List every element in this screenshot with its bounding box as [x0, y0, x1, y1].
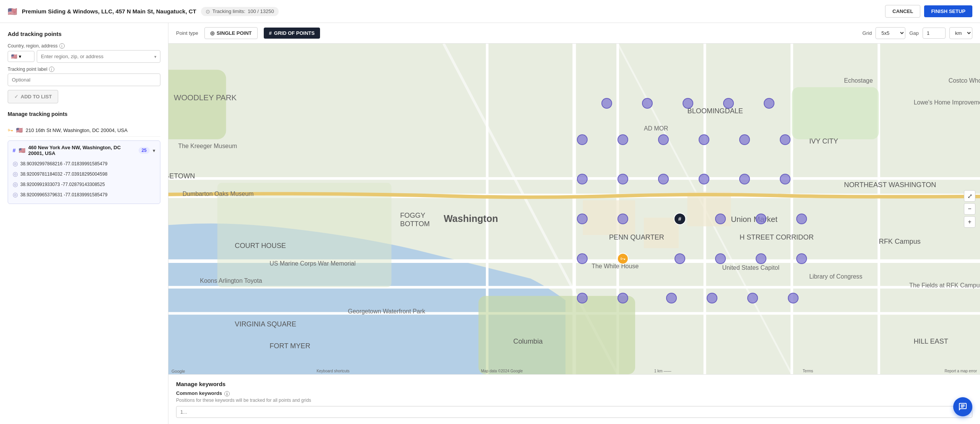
map-dot-30 [666, 293, 677, 303]
address-input[interactable] [37, 50, 160, 63]
us-flag-icon: 🇺🇸 [8, 7, 17, 16]
left-panel: Add tracking points Country, region, add… [0, 23, 168, 424]
report-link[interactable]: Report a map error [945, 369, 977, 373]
country-info-icon[interactable]: i [59, 43, 65, 49]
single-point-button[interactable]: ◎ SINGLE POINT [204, 27, 258, 39]
chat-button[interactable] [953, 397, 972, 416]
zoom-in-button[interactable]: + [964, 216, 975, 228]
svg-rect-14 [168, 70, 226, 139]
svg-text:COURT HOUSE: COURT HOUSE [235, 242, 286, 250]
country-select[interactable]: 🇺🇸 ▾ [8, 51, 34, 62]
svg-text:GEORGETOWN: GEORGETOWN [168, 172, 195, 180]
map-dot-31 [707, 293, 717, 303]
header-left: 🇺🇸 Premium Siding & Windows, LLC, 457 N … [8, 7, 279, 16]
tracking-label-input[interactable] [8, 73, 160, 86]
map-dot-11 [780, 134, 791, 145]
country-field: Country, region, address i 🇺🇸 ▾ ▾ [8, 43, 160, 63]
point-type-label: Point type [176, 30, 198, 36]
svg-text:VIRGINIA SQUARE: VIRGINIA SQUARE [235, 320, 296, 328]
keywords-info-icon[interactable]: ℹ [224, 391, 230, 396]
svg-text:The Fields at RFK Campus: The Fields at RFK Campus [909, 282, 980, 289]
grid-size-select[interactable]: 5x5 3x3 7x7 10x10 [875, 27, 905, 39]
keywords-input[interactable] [176, 406, 972, 418]
coord-text-4: 38.92009965379631 -77.01839991585479 [20, 192, 108, 197]
svg-text:H STREET CORRIDOR: H STREET CORRIDOR [740, 233, 814, 241]
svg-text:Koons Arlington Toyota: Koons Arlington Toyota [200, 277, 262, 284]
track-item-badge: 25 [139, 147, 150, 154]
unit-select[interactable]: km mi [949, 27, 972, 39]
add-to-list-row: ✓ ADD TO LIST [8, 90, 160, 103]
coord-text-3: 38.9200991933073 -77.02879143308525 [20, 182, 105, 187]
map-expand-icon[interactable]: ⤢ [964, 190, 975, 202]
svg-text:United States Capitol: United States Capitol [722, 264, 779, 271]
map-dot-26 [756, 253, 766, 264]
map-dot-25 [715, 253, 726, 264]
track-item-expand-btn[interactable]: ▾ [153, 148, 155, 153]
map-dot-3 [683, 98, 693, 109]
add-tracking-title: Add tracking points [8, 31, 160, 37]
main-layout: Add tracking points Country, region, add… [0, 23, 980, 424]
map-dot-20 [715, 214, 726, 224]
track-item-flag-1: 🇺🇸 [16, 127, 23, 133]
key-icon: 🗝 [8, 127, 13, 133]
zoom-out-button[interactable]: − [964, 203, 975, 215]
address-input-wrap: ▾ [37, 50, 160, 63]
coord-item-1: ◎ 38.90392997868216 -77.01839991585479 [13, 158, 155, 169]
country-dropdown-arrow: ▾ [19, 54, 21, 59]
map-dot-24 [675, 253, 685, 264]
country-row: 🇺🇸 ▾ ▾ [8, 50, 160, 63]
finish-setup-button[interactable]: FINISH SETUP [924, 5, 972, 17]
tracking-label-field: Tracking point label i [8, 67, 160, 86]
svg-text:RFK Campus: RFK Campus [879, 238, 921, 245]
keywords-title: Manage keywords [176, 381, 972, 387]
keywords-section: Manage keywords Common keywords ℹ Positi… [168, 374, 980, 424]
track-item-key: 🗝 🇺🇸 210 16th St NW, Washington, DC 2000… [8, 124, 160, 137]
map-dot-active: # [674, 213, 686, 225]
svg-text:Union Market: Union Market [731, 215, 777, 223]
svg-text:FORT MYER: FORT MYER [270, 342, 310, 350]
svg-text:The White House: The White House [591, 263, 639, 269]
map-data-label: Map data ©2024 Google [481, 369, 523, 373]
business-name: Premium Siding & Windows, LLC, 457 N Mai… [22, 8, 196, 15]
svg-text:NORTHEAST WASHINGTON: NORTHEAST WASHINGTON [844, 181, 936, 189]
gap-label: Gap [909, 30, 919, 36]
header-right: CANCEL FINISH SETUP [885, 5, 972, 18]
add-to-list-button[interactable]: ✓ ADD TO LIST [8, 90, 58, 103]
manage-tracking-title: Manage tracking points [8, 111, 160, 117]
map-dot-orange: 🗝 [617, 253, 629, 264]
keyboard-shortcuts[interactable]: Keyboard shortcuts [317, 369, 350, 373]
tracking-label-info-icon[interactable]: i [49, 67, 54, 72]
map-dot-19 [617, 214, 628, 224]
map-dot-8 [658, 134, 669, 145]
map-dot-17 [780, 174, 791, 184]
svg-text:The Kreeger Museum: The Kreeger Museum [178, 143, 237, 149]
coord-item-2: ◎ 38.92009781184032 -77.03918295004598 [13, 169, 155, 179]
map-container[interactable]: WOODLEY PARK GEORGETOWN BLOOMINGDALE IVY… [168, 44, 980, 374]
svg-text:Dumbarton Oaks Museum: Dumbarton Oaks Museum [183, 191, 254, 197]
track-item-header: # 🇺🇸 460 New York Ave NW, Washington, DC… [13, 145, 155, 156]
single-point-label: SINGLE POINT [217, 30, 252, 36]
svg-text:Lowe's Home Improvement: Lowe's Home Improvement [914, 99, 980, 106]
map-dot-14 [658, 174, 669, 184]
scale-label: 1 km —— [654, 369, 671, 373]
map-dot-9 [699, 134, 709, 145]
grid-of-points-button[interactable]: # GRID OF POINTS [264, 28, 320, 39]
tracking-label-text: Tracking limits: [212, 8, 245, 14]
svg-text:BOTTOM: BOTTOM [400, 220, 430, 228]
single-point-icon: ◎ [210, 30, 214, 36]
map-dot-15 [699, 174, 709, 184]
chat-icon [958, 402, 967, 411]
keywords-description: Positions for these keywords will be tra… [176, 398, 972, 403]
toolbar-right: Grid 5x5 3x3 7x7 10x10 Gap km mi [862, 27, 972, 39]
grid-size-label: Grid [862, 30, 872, 36]
svg-rect-19 [644, 218, 679, 248]
cancel-button[interactable]: CANCEL [885, 5, 920, 18]
track-item-text-2: 460 New York Ave NW, Washington, DC 2000… [28, 145, 136, 156]
map-background: WOODLEY PARK GEORGETOWN BLOOMINGDALE IVY… [168, 44, 980, 374]
terms-link[interactable]: Terms [803, 369, 813, 373]
svg-text:BLOOMINGDALE: BLOOMINGDALE [688, 107, 743, 115]
gap-input[interactable] [923, 28, 946, 39]
map-dot-2 [642, 98, 653, 109]
google-logo: Google [172, 369, 185, 373]
map-dot-6 [577, 134, 588, 145]
